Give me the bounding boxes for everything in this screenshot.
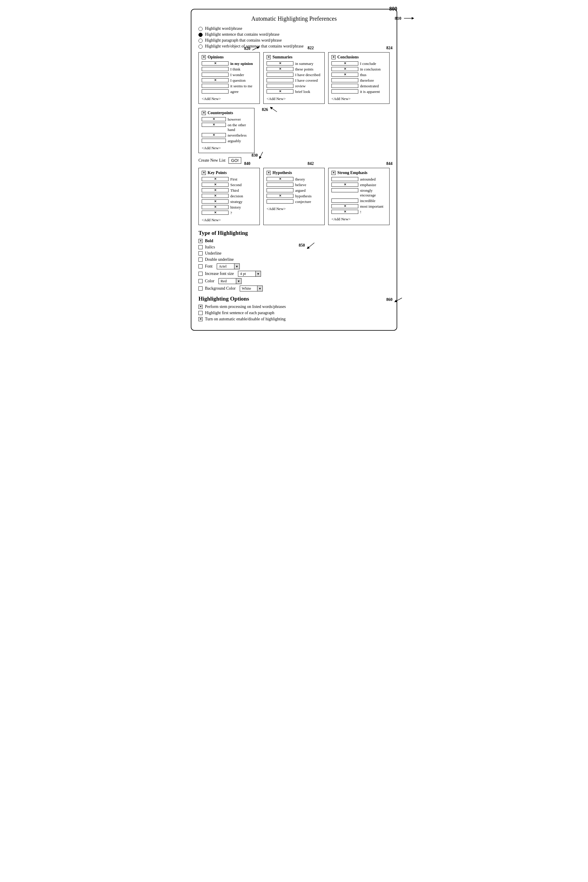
cb-conclusions-4[interactable] (332, 84, 358, 88)
radio-item-1[interactable]: Highlight sentence that contains word/ph… (198, 32, 390, 37)
go-button[interactable]: GO! (228, 157, 242, 164)
cb-hyp-3[interactable] (267, 194, 293, 198)
opinions-add-new[interactable]: <Add New> (202, 96, 256, 101)
key-points-item-1[interactable]: Second (202, 183, 256, 187)
font-size-dropdown[interactable]: 4 pt ▼ (238, 271, 261, 277)
cb-kp-3[interactable] (202, 194, 228, 198)
cb-kp-5[interactable] (202, 205, 228, 209)
hypothesis-checkbox[interactable] (267, 171, 271, 175)
key-points-item-2[interactable]: Third (202, 188, 256, 193)
cb-opt-2[interactable] (198, 317, 202, 321)
cb-hyp-1[interactable] (267, 183, 293, 187)
cb-opt-0[interactable] (198, 305, 202, 309)
cb-counterpoints-2[interactable] (202, 133, 226, 137)
opinions-item-4[interactable]: it seems to me (202, 84, 256, 89)
summaries-checkbox[interactable] (267, 55, 271, 59)
color-dropdown[interactable]: Red ▼ (219, 278, 242, 284)
opinions-item-5[interactable]: agree (202, 89, 256, 94)
color-dropdown-control[interactable]: Red ▼ (219, 278, 242, 284)
ht-item-underline[interactable]: Underline (198, 251, 390, 256)
cb-hyp-0[interactable] (267, 177, 293, 181)
cb-opinions-1[interactable] (202, 67, 228, 71)
ht-item-color[interactable]: Color Red ▼ (198, 278, 390, 284)
conclusions-item-3[interactable]: therefore (332, 78, 386, 83)
cb-conclusions-5[interactable] (332, 89, 358, 93)
counterpoints-item-0[interactable]: however (202, 117, 251, 122)
cb-kp-6[interactable] (202, 210, 228, 215)
cb-double-underline[interactable] (198, 257, 202, 261)
font-size-dropdown-control[interactable]: 4 pt ▼ (238, 271, 261, 277)
key-points-item-5[interactable]: history (202, 205, 256, 210)
opt-item-1[interactable]: Highlight first sentence of each paragra… (198, 311, 390, 316)
key-points-checkbox[interactable] (202, 171, 206, 175)
hypothesis-item-2[interactable]: argued (267, 188, 321, 193)
cb-se-3[interactable] (332, 198, 358, 203)
hypothesis-add-new[interactable]: <Add New> (267, 206, 321, 211)
counterpoints-item-1[interactable]: on the other hand (202, 123, 251, 132)
radio-circle-1[interactable] (198, 33, 202, 37)
hypothesis-item-4[interactable]: conjecture (267, 200, 321, 204)
cb-font-size[interactable] (198, 272, 202, 276)
radio-circle-0[interactable] (198, 27, 202, 31)
cb-counterpoints-1[interactable] (202, 123, 226, 127)
radio-item-2[interactable]: Highlight paragraph that contains word/p… (198, 38, 390, 43)
opinions-item-1[interactable]: I think (202, 67, 256, 72)
summaries-item-4[interactable]: review (267, 84, 321, 89)
strong-emphasis-checkbox[interactable] (332, 171, 336, 175)
font-size-dropdown-arrow[interactable]: ▼ (256, 271, 261, 277)
cb-counterpoints-3[interactable] (202, 139, 226, 143)
opinions-item-0[interactable]: in my opinion (202, 62, 256, 66)
key-points-item-3[interactable]: decision (202, 194, 256, 198)
cb-counterpoints-0[interactable] (202, 117, 226, 121)
cb-bg-color[interactable] (198, 286, 202, 290)
se-add-new[interactable]: <Add New> (332, 217, 386, 222)
conclusions-item-5[interactable]: it is apparent (332, 89, 386, 94)
cb-se-5[interactable] (332, 210, 358, 214)
counterpoints-item-3[interactable]: arguably (202, 139, 251, 143)
conclusions-checkbox[interactable] (332, 55, 336, 59)
font-dropdown-control[interactable]: Ariel ▼ (217, 263, 240, 269)
cb-bold[interactable] (198, 239, 202, 243)
conclusions-item-1[interactable]: in conclusion (332, 67, 386, 72)
radio-item-0[interactable]: Highlight word/phrase (198, 26, 390, 31)
cb-conclusions-0[interactable] (332, 62, 358, 66)
font-dropdown-arrow[interactable]: ▼ (234, 263, 240, 269)
summaries-item-5[interactable]: brief look (267, 89, 321, 94)
se-item-1[interactable]: emphasize (332, 183, 386, 187)
conclusions-add-new[interactable]: <Add New> (332, 96, 386, 101)
cb-conclusions-3[interactable] (332, 78, 358, 82)
cb-conclusions-2[interactable] (332, 72, 358, 77)
summaries-item-0[interactable]: in summary (267, 62, 321, 66)
opinions-checkbox[interactable] (202, 55, 206, 59)
cb-hyp-4[interactable] (267, 200, 293, 204)
cb-hyp-2[interactable] (267, 188, 293, 192)
summaries-add-new[interactable]: <Add New> (267, 96, 321, 101)
cb-se-2[interactable] (332, 188, 358, 192)
cb-opt-1[interactable] (198, 311, 202, 315)
cb-summaries-4[interactable] (267, 84, 293, 88)
cb-kp-2[interactable] (202, 188, 228, 192)
cb-opinions-3[interactable] (202, 78, 228, 82)
ht-item-italics[interactable]: Italics (198, 245, 390, 249)
key-points-item-6[interactable]: ? (202, 210, 256, 215)
counterpoints-checkbox[interactable] (202, 111, 206, 115)
opinions-item-2[interactable]: I wonder (202, 72, 256, 77)
key-points-item-0[interactable]: First (202, 177, 256, 182)
color-dropdown-arrow[interactable]: ▼ (236, 278, 242, 284)
ht-item-font-size[interactable]: Increase font size 4 pt ▼ (198, 271, 390, 277)
cb-underline[interactable] (198, 251, 202, 255)
cb-opinions-4[interactable] (202, 84, 228, 88)
cb-summaries-0[interactable] (267, 62, 293, 66)
se-item-5[interactable]: ! (332, 210, 386, 215)
cb-summaries-2[interactable] (267, 72, 293, 77)
cb-color[interactable] (198, 279, 202, 283)
se-item-2[interactable]: strongly encourage (332, 188, 386, 198)
cb-opinions-0[interactable] (202, 62, 228, 66)
ht-item-font[interactable]: Font Ariel ▼ (198, 263, 390, 269)
cb-opinions-5[interactable] (202, 89, 228, 93)
opt-item-2[interactable]: Turn on automatic enable/disable of high… (198, 317, 390, 322)
radio-circle-2[interactable] (198, 39, 202, 43)
summaries-item-3[interactable]: I have covered (267, 78, 321, 83)
key-points-add-new[interactable]: <Add New> (202, 218, 256, 222)
cb-se-0[interactable] (332, 177, 358, 181)
